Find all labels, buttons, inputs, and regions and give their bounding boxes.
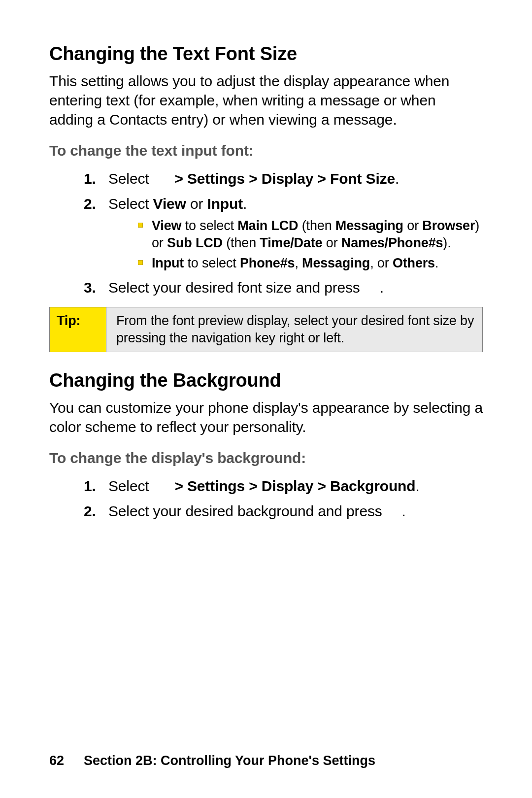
- kw: Names/Phone#s: [341, 235, 443, 250]
- kw: Browser: [422, 218, 475, 233]
- txt: ,: [295, 256, 302, 270]
- subhead-background: To change the display's background:: [49, 448, 483, 467]
- kw: Others: [393, 256, 435, 270]
- heading-background: Changing the Background: [49, 370, 483, 391]
- steps-font: Select> Settings > Display > Font Size. …: [49, 169, 483, 297]
- kw: Time/Date: [260, 235, 322, 250]
- bullet-input: Input to select Phone#s, Messaging, or O…: [138, 255, 483, 272]
- option-view: View: [153, 196, 186, 212]
- punct: .: [380, 279, 384, 296]
- txt: (then: [223, 235, 260, 250]
- intro-font-size: This setting allows you to adjust the di…: [49, 71, 483, 129]
- step-text: Select: [108, 478, 149, 494]
- tip-box: Tip: From the font preview display, sele…: [49, 307, 483, 352]
- manual-page: Changing the Text Font Size This setting…: [0, 0, 532, 798]
- step-2: Select View or Input. View to select Mai…: [84, 194, 483, 272]
- txt: to select: [184, 256, 240, 270]
- steps-background: Select> Settings > Display > Background.…: [49, 476, 483, 521]
- page-footer: 62Section 2B: Controlling Your Phone's S…: [49, 753, 375, 768]
- punct: .: [415, 478, 419, 494]
- heading-font-size: Changing the Text Font Size: [49, 43, 483, 65]
- punct: .: [243, 196, 247, 212]
- txt: or: [322, 235, 341, 250]
- bullet-view: View to select Main LCD (then Messaging …: [138, 217, 483, 252]
- kw: Messaging: [302, 256, 370, 270]
- kw: Messaging: [335, 218, 403, 233]
- sub-bullets: View to select Main LCD (then Messaging …: [108, 217, 483, 272]
- tip-text: From the font preview display, select yo…: [106, 307, 483, 352]
- option-input: Input: [207, 196, 243, 212]
- menu-path: > Settings > Display > Background: [174, 478, 415, 494]
- txt: ).: [443, 235, 451, 250]
- kw: Input: [152, 256, 184, 270]
- kw: View: [152, 218, 181, 233]
- step-text: Select: [108, 170, 149, 187]
- tip-label: Tip:: [50, 307, 106, 352]
- punct: .: [395, 170, 399, 187]
- txt: or: [403, 218, 422, 233]
- step-3: Select your desired font size and press.: [84, 278, 483, 297]
- txt: .: [435, 256, 438, 270]
- page-number: 62: [49, 753, 84, 768]
- step-text: Select your desired background and press: [108, 503, 382, 519]
- menu-path: > Settings > Display > Font Size: [174, 170, 395, 187]
- footer-text: Section 2B: Controlling Your Phone's Set…: [84, 753, 375, 768]
- intro-background: You can customize your phone display's a…: [49, 398, 483, 436]
- step-text: Select your desired font size and press: [108, 279, 360, 296]
- kw: Phone#s: [240, 256, 295, 270]
- txt: or: [186, 196, 207, 212]
- subhead-font: To change the text input font:: [49, 141, 483, 160]
- step-1: Select> Settings > Display > Background.: [84, 476, 483, 496]
- txt: , or: [370, 256, 393, 270]
- step-text: Select: [108, 196, 153, 212]
- page-content: Changing the Text Font Size This setting…: [49, 43, 483, 521]
- step-1: Select> Settings > Display > Font Size.: [84, 169, 483, 188]
- txt: to select: [181, 218, 237, 233]
- step-2: Select your desired background and press…: [84, 501, 483, 521]
- kw: Sub LCD: [167, 235, 223, 250]
- txt: (then: [298, 218, 335, 233]
- punct: .: [402, 503, 406, 519]
- kw: Main LCD: [237, 218, 298, 233]
